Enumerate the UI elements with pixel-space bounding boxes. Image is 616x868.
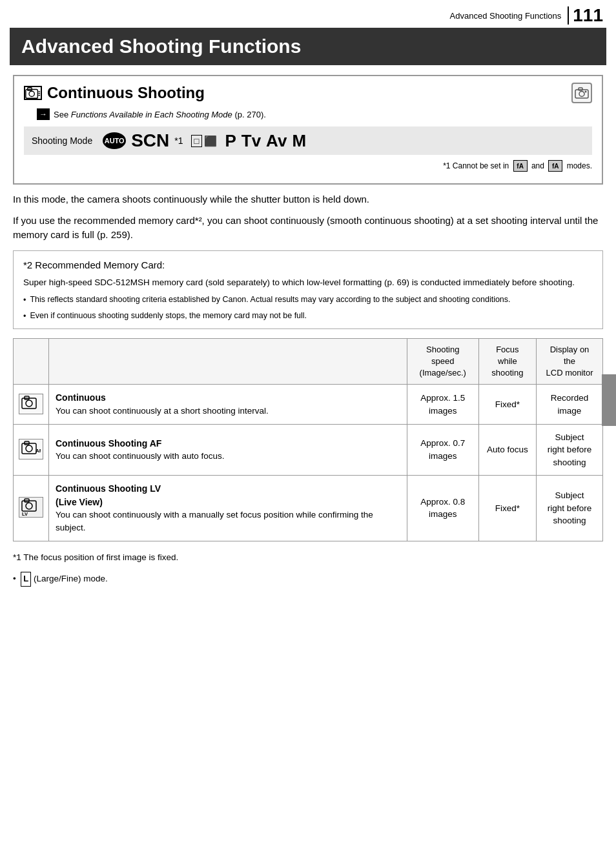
note-box: *2 Recommended Memory Card: Super high-s…: [13, 250, 603, 329]
section-box: Continuous Shooting → See Functions Avai…: [13, 75, 603, 185]
table-row: Continuous You can shoot continuously at…: [14, 385, 603, 424]
mode-box-icons: □ ⬛: [191, 135, 218, 147]
row3-icon-cell: LV: [14, 476, 49, 541]
arrow-reference: → See Functions Available in Each Shooti…: [37, 108, 592, 120]
row3-desc: Continuous Shooting LV(Live View) You ca…: [49, 476, 407, 541]
body-text-2: If you use the recommended memory card*²…: [13, 214, 603, 243]
auto-mode-icon: AUTO: [103, 132, 126, 149]
p-mode: P: [225, 131, 236, 151]
row2-display: Subjectright beforeshooting: [537, 424, 603, 476]
row1-desc: Continuous You can shoot continuously at…: [49, 385, 407, 424]
note-bullet-1: • This reflects standard shooting criter…: [23, 294, 593, 306]
row2-icon-cell: AF: [14, 424, 49, 476]
av-mode: Av: [266, 131, 287, 151]
page-number-box: 111: [568, 6, 603, 25]
continuous-af-icon: AF: [19, 439, 43, 459]
m-mode: M: [292, 131, 306, 151]
footer-notes: *1 The focus position of first image is …: [13, 550, 603, 587]
footer-note-2: • L (Large/Fine) mode.: [13, 572, 603, 587]
row1-focus: Fixed*: [478, 385, 536, 424]
arrow-ref-text: See Functions Available in Each Shooting…: [54, 110, 266, 119]
continuous-shoot-icon: [24, 86, 42, 100]
footer-note-1: *1 The focus position of first image is …: [13, 550, 603, 565]
row1-icon-cell: [14, 385, 49, 424]
content-area: Continuous Shooting → See Functions Avai…: [0, 75, 616, 587]
footnote-star1: *1 Cannot be set in fA and fA modes.: [24, 160, 592, 172]
row2-focus: Auto focus: [478, 424, 536, 476]
section-title-row: Continuous Shooting: [24, 83, 592, 103]
svg-text:LV: LV: [22, 511, 28, 516]
row3-focus: Fixed*: [478, 476, 536, 541]
row1-speed: Approx. 1.5images: [407, 385, 478, 424]
col-speed: Shooting speed(Image/sec.): [407, 338, 478, 385]
fa-icon-2: fA: [548, 160, 562, 172]
row2-speed: Approx. 0.7images: [407, 424, 478, 476]
shooting-mode-row: Shooting Mode AUTO SCN*1 □ ⬛ P Tv Av M: [24, 126, 592, 155]
body-text-1: In this mode, the camera shoots continuo…: [13, 192, 603, 207]
portrait-icon: ⬛: [204, 135, 217, 147]
svg-point-1: [29, 91, 34, 96]
side-tab: [602, 374, 616, 426]
page-number: 111: [573, 6, 603, 25]
note-bullet-2: • Even if continuous shooting suddenly s…: [23, 310, 593, 322]
svg-point-14: [26, 445, 32, 452]
box-icon-1: □: [191, 135, 203, 147]
col-display: Display on theLCD monitor: [537, 338, 603, 385]
camera-icon: [571, 83, 592, 103]
row3-speed: Approx. 0.8images: [407, 476, 478, 541]
main-title-banner: Advanced Shooting Functions: [10, 28, 606, 65]
svg-point-11: [26, 400, 32, 407]
col-icon: [14, 338, 49, 385]
mode-label: Shooting Mode: [32, 136, 92, 146]
continuous-lv-icon: LV: [19, 497, 43, 518]
scn-mode: SCN: [131, 130, 169, 151]
large-fine-icon: L: [21, 572, 31, 587]
tv-mode: Tv: [241, 131, 261, 151]
section-title: Continuous Shooting: [24, 84, 205, 102]
svg-point-9: [585, 91, 587, 93]
col-focus: Focus whileshooting: [478, 338, 536, 385]
row1-display: Recordedimage: [537, 385, 603, 424]
svg-rect-8: [579, 88, 582, 90]
table-row: AF Continuous Shooting AF You can shoot …: [14, 424, 603, 476]
col-description: [49, 338, 407, 385]
star1-sup: *1: [174, 136, 183, 146]
continuous-icon: [19, 394, 43, 414]
svg-point-7: [579, 92, 584, 97]
svg-text:AF: AF: [36, 448, 41, 454]
shooting-table: Shooting speed(Image/sec.) Focus whilesh…: [13, 338, 603, 541]
main-title: Advanced Shooting Functions: [21, 35, 595, 57]
arrow-icon: →: [37, 108, 50, 120]
page-divider: [568, 6, 569, 25]
note-title: *2 Recommended Memory Card:: [23, 257, 593, 272]
row3-display: Subjectright beforeshooting: [537, 476, 603, 541]
table-row: LV Continuous Shooting LV(Live View) You…: [14, 476, 603, 541]
fa-icon-1: fA: [513, 160, 528, 172]
svg-point-18: [26, 503, 32, 509]
note-line1: Super high-speed SDC-512MSH memory card …: [23, 276, 593, 290]
row2-desc: Continuous Shooting AF You can shoot con…: [49, 424, 407, 476]
header-section-title: Advanced Shooting Functions: [450, 11, 562, 21]
section-title-text: Continuous Shooting: [47, 84, 205, 102]
page-header: Advanced Shooting Functions 111: [0, 0, 616, 28]
